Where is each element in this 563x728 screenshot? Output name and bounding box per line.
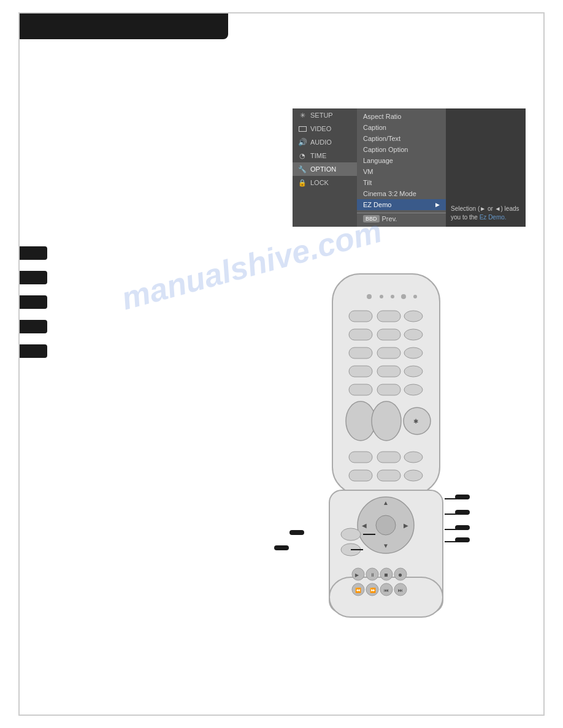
svg-point-21 — [346, 401, 375, 441]
audio-icon: 🔊 — [297, 138, 307, 146]
svg-point-11 — [404, 329, 423, 340]
menu-left-panel: ✳ SETUP VIDEO 🔊 AUDIO ◔ TIME 🔧 OPTION — [293, 108, 357, 227]
prev-label: Prev. — [382, 215, 397, 222]
video-icon — [297, 124, 307, 133]
svg-text:⏸: ⏸ — [370, 572, 375, 578]
menu-item-option[interactable]: 🔧 OPTION — [293, 162, 357, 176]
svg-text:⏮: ⏮ — [384, 588, 389, 593]
arrow-line-2 — [445, 514, 457, 515]
left-tabs — [20, 246, 47, 358]
arrow-line-6 — [351, 549, 363, 550]
arrow-line-1 — [445, 498, 457, 499]
menu-center-tilt[interactable]: Tilt — [357, 177, 446, 188]
svg-point-5 — [413, 295, 417, 298]
arrow-label-6 — [274, 545, 289, 550]
ez-demo-link: Ez Demo. — [480, 214, 507, 221]
arrow-line-5 — [363, 534, 375, 535]
menu-center-panel: Aspect Ratio Caption Caption/Text Captio… — [357, 108, 446, 227]
svg-text:⏭: ⏭ — [398, 588, 403, 593]
svg-point-20 — [404, 384, 423, 395]
arrow-line-3 — [445, 529, 457, 530]
left-tab-3 — [20, 295, 47, 309]
left-tab-1 — [20, 246, 47, 260]
svg-point-22 — [372, 401, 401, 441]
menu-center-cinema[interactable]: Cinema 3:2 Mode — [357, 188, 446, 199]
menu-right-text: Selection (► or ◄) leads you to the Ez D… — [451, 205, 521, 222]
svg-point-17 — [404, 366, 423, 377]
svg-text:◀: ◀ — [362, 522, 367, 529]
menu-item-time[interactable]: ◔ TIME — [293, 149, 357, 162]
svg-point-3 — [391, 295, 394, 298]
svg-rect-25 — [349, 452, 372, 463]
menu-center-caption-text[interactable]: Caption/Text — [357, 133, 446, 144]
svg-rect-12 — [349, 347, 372, 358]
svg-point-1 — [367, 294, 372, 299]
svg-rect-9 — [349, 329, 372, 340]
svg-point-4 — [401, 294, 406, 299]
arrow-label-2 — [455, 510, 470, 515]
menu-item-video[interactable]: VIDEO — [293, 122, 357, 135]
arrow-label-5 — [289, 530, 304, 535]
svg-rect-7 — [377, 311, 400, 322]
svg-text:⏪: ⏪ — [355, 587, 361, 593]
svg-point-35 — [376, 515, 396, 535]
left-tab-4 — [20, 320, 47, 333]
setup-icon: ✳ — [297, 111, 307, 119]
svg-point-30 — [404, 470, 423, 481]
arrow-label-3 — [455, 525, 470, 530]
svg-rect-15 — [349, 366, 372, 377]
svg-point-27 — [404, 452, 423, 463]
left-tab-5 — [20, 344, 47, 358]
svg-rect-6 — [349, 311, 372, 322]
svg-text:✱: ✱ — [413, 418, 418, 425]
svg-point-8 — [404, 311, 423, 322]
menu-item-time-label: TIME — [310, 152, 326, 159]
svg-text:▶: ▶ — [355, 572, 359, 578]
menu-item-audio-label: AUDIO — [310, 138, 332, 146]
menu-item-option-label: OPTION — [310, 165, 336, 173]
svg-rect-10 — [377, 329, 400, 340]
svg-text:⏹: ⏹ — [384, 572, 389, 578]
lock-icon: 🔒 — [297, 178, 307, 187]
menu-center-caption-option[interactable]: Caption Option — [357, 144, 446, 155]
arrow-label-1 — [455, 495, 470, 499]
svg-text:▼: ▼ — [383, 542, 389, 549]
svg-rect-29 — [377, 470, 400, 481]
svg-rect-18 — [349, 384, 372, 395]
menu-item-lock[interactable]: 🔒 LOCK — [293, 176, 357, 189]
menu-item-lock-label: LOCK — [310, 179, 329, 186]
arrow-label-4 — [455, 537, 470, 542]
menu-center-caption[interactable]: Caption — [357, 122, 446, 133]
menu-center-ez-demo[interactable]: EZ Demo ▶ — [357, 199, 446, 210]
time-icon: ◔ — [297, 151, 307, 160]
svg-rect-28 — [349, 470, 372, 481]
svg-text:▲: ▲ — [383, 499, 389, 506]
left-tab-2 — [20, 271, 47, 284]
menu-item-audio[interactable]: 🔊 AUDIO — [293, 135, 357, 149]
remote-control: ✱ ▲ ▼ ◀ ▶ — [320, 271, 455, 623]
menu-center-aspect-ratio[interactable]: Aspect Ratio — [357, 111, 446, 122]
menu-center-language[interactable]: Language — [357, 155, 446, 166]
menu-item-video-label: VIDEO — [310, 125, 331, 132]
svg-rect-19 — [377, 384, 400, 395]
menu-item-setup-label: SETUP — [310, 112, 333, 119]
svg-point-40 — [341, 528, 361, 540]
arrow-right-icon: ▶ — [435, 202, 440, 208]
svg-rect-16 — [377, 366, 400, 377]
svg-rect-26 — [377, 452, 400, 463]
svg-rect-13 — [377, 347, 400, 358]
option-icon: 🔧 — [297, 165, 307, 173]
menu-center-vm[interactable]: VM — [357, 166, 446, 177]
svg-point-2 — [380, 295, 383, 298]
menu-right-panel: Selection (► or ◄) leads you to the Ez D… — [446, 108, 526, 227]
svg-text:▶: ▶ — [404, 522, 408, 529]
menu-item-setup[interactable]: ✳ SETUP — [293, 108, 357, 122]
svg-text:⏩: ⏩ — [370, 587, 376, 593]
page-container: manualshive.com ✳ SETUP VIDEO 🔊 AUDIO — [18, 12, 545, 716]
svg-text:⏺: ⏺ — [398, 572, 403, 578]
menu-center-prev: BBD Prev. — [357, 213, 446, 224]
svg-point-14 — [404, 347, 423, 358]
prev-indicator: BBD — [363, 215, 380, 222]
header-bar — [20, 13, 228, 39]
arrow-line-4 — [445, 541, 457, 542]
